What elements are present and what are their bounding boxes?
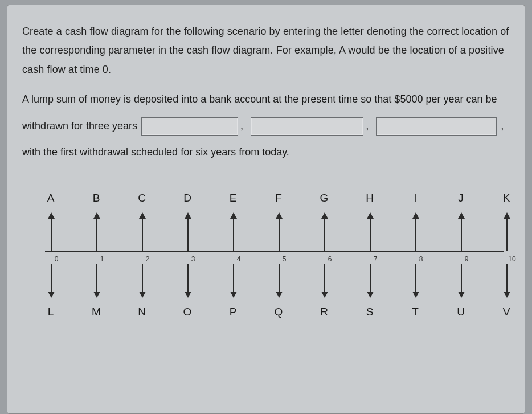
up-arrow bbox=[187, 214, 189, 251]
position-label-bottom: L bbox=[48, 306, 54, 318]
up-arrow bbox=[461, 214, 462, 251]
down-arrow bbox=[51, 264, 52, 297]
position-label-top: K bbox=[503, 192, 510, 204]
position-label-bottom: N bbox=[138, 306, 146, 318]
position-label-top: D bbox=[183, 192, 191, 204]
position-label-top: I bbox=[414, 192, 416, 204]
time-label: 8 bbox=[419, 255, 423, 263]
position-label-top: J bbox=[458, 192, 464, 204]
position-label-top: E bbox=[230, 192, 237, 204]
position-label-top: A bbox=[47, 192, 55, 204]
down-arrow bbox=[187, 264, 189, 297]
comma-2: , bbox=[366, 120, 369, 132]
time-label: 5 bbox=[283, 255, 287, 263]
position-label-bottom: U bbox=[457, 306, 465, 318]
question-sheet: Create a cash flow diagram for the follo… bbox=[7, 5, 525, 414]
comma-1: , bbox=[240, 120, 243, 132]
position-label-top: F bbox=[275, 192, 282, 204]
time-label: 10 bbox=[508, 255, 515, 263]
down-arrow bbox=[324, 264, 325, 297]
instruction-paragraph: Create a cash flow diagram for the follo… bbox=[22, 22, 510, 79]
up-arrow bbox=[370, 214, 371, 251]
position-label-bottom: S bbox=[366, 306, 374, 318]
up-arrow bbox=[51, 214, 52, 251]
position-label-bottom: O bbox=[183, 306, 192, 318]
time-label: 0 bbox=[55, 255, 59, 263]
up-arrow bbox=[415, 214, 416, 251]
position-label-bottom: Q bbox=[275, 306, 283, 318]
time-label: 9 bbox=[465, 255, 469, 263]
time-label: 2 bbox=[146, 255, 150, 263]
up-arrow bbox=[324, 214, 325, 251]
down-arrow bbox=[96, 264, 97, 297]
down-arrow bbox=[370, 264, 371, 297]
position-label-top: C bbox=[138, 192, 146, 204]
up-arrow bbox=[233, 214, 234, 251]
down-arrow bbox=[142, 264, 143, 297]
time-axis bbox=[45, 251, 504, 252]
answer-blank-3[interactable] bbox=[376, 117, 497, 136]
position-label-top: B bbox=[93, 192, 100, 204]
up-arrow bbox=[279, 214, 280, 251]
time-label: 3 bbox=[191, 255, 195, 263]
down-arrow bbox=[461, 264, 462, 297]
up-arrow bbox=[142, 214, 143, 251]
down-arrow bbox=[279, 264, 280, 297]
time-label: 4 bbox=[237, 255, 241, 263]
answer-blank-1[interactable] bbox=[141, 117, 238, 136]
answer-blank-2[interactable] bbox=[251, 117, 363, 136]
fill-in-sentence: A lump sum of money is deposited into a … bbox=[22, 93, 504, 158]
time-label: 1 bbox=[100, 255, 104, 263]
position-label-bottom: T bbox=[412, 306, 419, 318]
position-label-top: H bbox=[366, 192, 374, 204]
position-label-bottom: P bbox=[230, 306, 237, 318]
down-arrow bbox=[506, 264, 508, 297]
position-label-bottom: R bbox=[320, 306, 328, 318]
cash-flow-diagram: 0AL1BM2CN3DO4EP5FQ6GR7HS8IT9JU10KV bbox=[45, 183, 504, 331]
position-label-top: G bbox=[320, 192, 329, 204]
position-label-bottom: V bbox=[503, 306, 510, 318]
time-label: 6 bbox=[328, 255, 332, 263]
up-arrow bbox=[506, 214, 508, 251]
down-arrow bbox=[415, 264, 416, 297]
time-label: 7 bbox=[374, 255, 378, 263]
down-arrow bbox=[233, 264, 234, 297]
up-arrow bbox=[96, 214, 97, 251]
position-label-bottom: M bbox=[92, 306, 101, 318]
